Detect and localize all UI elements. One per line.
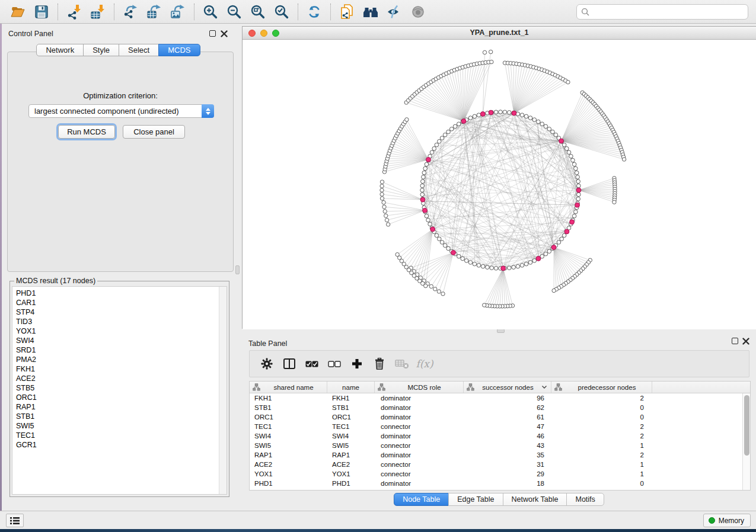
zoom-selected-button[interactable] bbox=[270, 2, 294, 22]
mcds-result-item[interactable]: FKH1 bbox=[16, 364, 37, 374]
cell[interactable]: 35 bbox=[464, 451, 551, 459]
cell[interactable]: 0 bbox=[551, 404, 652, 411]
clone-network-button[interactable] bbox=[335, 2, 359, 22]
memory-button[interactable]: Memory bbox=[703, 514, 751, 527]
criterion-dropdown[interactable]: largest connected component (undirected) bbox=[28, 104, 214, 118]
column-header-MCDS-role[interactable]: MCDS role bbox=[375, 382, 464, 393]
task-history-button[interactable] bbox=[6, 514, 24, 527]
cell[interactable]: 0 bbox=[551, 480, 652, 487]
mcds-result-item[interactable]: TEC1 bbox=[16, 431, 37, 440]
mcds-result-item[interactable]: STP4 bbox=[16, 307, 37, 317]
cell[interactable]: YOX1 bbox=[250, 470, 327, 477]
cell[interactable]: ACE2 bbox=[327, 461, 375, 468]
table-row[interactable]: SWI4SWI4dominator462 bbox=[250, 431, 750, 441]
mcds-result-item[interactable]: ORC1 bbox=[16, 393, 37, 402]
cell[interactable]: YOX1 bbox=[327, 470, 375, 477]
select-all-button[interactable] bbox=[301, 353, 323, 374]
cell[interactable]: TEC1 bbox=[250, 423, 327, 430]
delete-table-button[interactable] bbox=[391, 353, 413, 374]
cell[interactable]: connector bbox=[375, 423, 464, 430]
cell[interactable]: ORC1 bbox=[327, 414, 375, 421]
horizontal-splitter-grip[interactable] bbox=[497, 329, 505, 333]
tab-motifs[interactable]: Motifs bbox=[566, 493, 604, 506]
mcds-result-item[interactable]: STB5 bbox=[16, 383, 37, 393]
close-panel-icon[interactable] bbox=[221, 30, 228, 37]
cell[interactable]: SWI5 bbox=[327, 442, 375, 449]
mcds-result-item[interactable]: GCR1 bbox=[16, 440, 37, 450]
cell[interactable]: 31 bbox=[464, 461, 551, 468]
mcds-result-item[interactable]: ACE2 bbox=[16, 374, 37, 383]
table-settings-button[interactable] bbox=[256, 353, 278, 374]
delete-column-button[interactable] bbox=[368, 353, 391, 374]
search-network-button[interactable] bbox=[359, 2, 382, 22]
mcds-list-scrollbar[interactable] bbox=[219, 287, 227, 494]
cell[interactable]: ACE2 bbox=[250, 461, 327, 468]
zoom-in-button[interactable] bbox=[199, 2, 222, 22]
save-session-button[interactable] bbox=[30, 2, 53, 22]
mcds-result-item[interactable]: SWI4 bbox=[16, 336, 37, 345]
table-row[interactable]: ACE2ACE2connector311 bbox=[250, 460, 750, 469]
cell[interactable]: 2 bbox=[551, 423, 652, 430]
tab-edge-table[interactable]: Edge Table bbox=[448, 493, 503, 506]
cell[interactable]: connector bbox=[375, 470, 464, 477]
mcds-result-item[interactable]: PMA2 bbox=[16, 355, 37, 364]
table-row[interactable]: YOX1YOX1connector291 bbox=[250, 469, 750, 479]
table-row[interactable]: SWI5SWI5connector431 bbox=[250, 441, 750, 450]
cell[interactable]: 18 bbox=[464, 480, 551, 487]
export-network-button[interactable] bbox=[119, 2, 142, 22]
cell[interactable]: dominator bbox=[375, 432, 464, 440]
cell[interactable]: 1 bbox=[551, 470, 652, 477]
cell[interactable]: connector bbox=[375, 442, 464, 449]
cell[interactable]: STB1 bbox=[250, 404, 327, 411]
mcds-result-list[interactable]: PHD1CAR1STP4TID3YOX1SWI4SRD1PMA2FKH1ACE2… bbox=[12, 286, 227, 495]
mcds-result-item[interactable]: CAR1 bbox=[16, 298, 37, 307]
mcds-result-item[interactable]: SRD1 bbox=[16, 345, 37, 355]
table-scrollbar[interactable] bbox=[742, 393, 750, 490]
tab-network[interactable]: Network bbox=[36, 44, 84, 56]
mcds-result-item[interactable]: PHD1 bbox=[16, 289, 37, 298]
cell[interactable]: RAP1 bbox=[250, 451, 327, 459]
cell[interactable]: 2 bbox=[551, 451, 652, 459]
vertical-splitter-grip[interactable] bbox=[235, 265, 240, 274]
export-image-button[interactable] bbox=[166, 2, 190, 22]
tab-node-table[interactable]: Node Table bbox=[394, 493, 449, 506]
function-builder-button[interactable]: f(x) bbox=[413, 353, 436, 374]
table-row[interactable]: FKH1FKH1dominator962 bbox=[250, 393, 750, 403]
cell[interactable]: FKH1 bbox=[250, 395, 327, 402]
tab-network-table[interactable]: Network Table bbox=[503, 493, 567, 506]
search-input[interactable] bbox=[590, 6, 748, 18]
cell[interactable]: 96 bbox=[464, 395, 551, 402]
show-hidden-button[interactable] bbox=[406, 2, 430, 22]
table-scrollbar-thumb[interactable] bbox=[744, 395, 749, 456]
cell[interactable]: 29 bbox=[464, 470, 551, 477]
cell[interactable]: ORC1 bbox=[250, 414, 327, 421]
float-panel-icon[interactable] bbox=[209, 30, 216, 37]
run-mcds-button[interactable]: Run MCDS bbox=[58, 125, 115, 139]
add-column-button[interactable] bbox=[346, 353, 368, 374]
cell[interactable]: 0 bbox=[551, 414, 652, 421]
cell[interactable]: dominator bbox=[375, 480, 464, 487]
column-header-successor-nodes[interactable]: successor nodes bbox=[464, 382, 551, 393]
cell[interactable]: RAP1 bbox=[327, 451, 375, 459]
refresh-view-button[interactable] bbox=[302, 2, 326, 22]
cell[interactable]: 2 bbox=[551, 432, 652, 440]
mcds-result-item[interactable]: STB1 bbox=[16, 412, 37, 421]
cell[interactable]: dominator bbox=[375, 395, 464, 402]
tab-select[interactable]: Select bbox=[119, 44, 159, 56]
cell[interactable]: dominator bbox=[375, 451, 464, 459]
zoom-fit-button[interactable] bbox=[246, 2, 270, 22]
cell[interactable]: PHD1 bbox=[250, 480, 327, 487]
mcds-result-item[interactable]: RAP1 bbox=[16, 402, 37, 412]
cell[interactable]: FKH1 bbox=[327, 395, 375, 402]
cell[interactable]: connector bbox=[375, 461, 464, 468]
cell[interactable]: TEC1 bbox=[327, 423, 375, 430]
network-canvas[interactable] bbox=[243, 40, 756, 329]
cell[interactable]: SWI5 bbox=[250, 442, 327, 449]
cell[interactable]: 46 bbox=[464, 432, 551, 440]
column-header-name[interactable]: name bbox=[327, 382, 375, 393]
column-layout-button[interactable] bbox=[278, 353, 301, 374]
cell[interactable]: STB1 bbox=[327, 404, 375, 411]
table-row[interactable]: ORC1ORC1dominator610 bbox=[250, 412, 750, 422]
cell[interactable]: 62 bbox=[464, 404, 551, 411]
import-network-button[interactable] bbox=[62, 2, 86, 22]
